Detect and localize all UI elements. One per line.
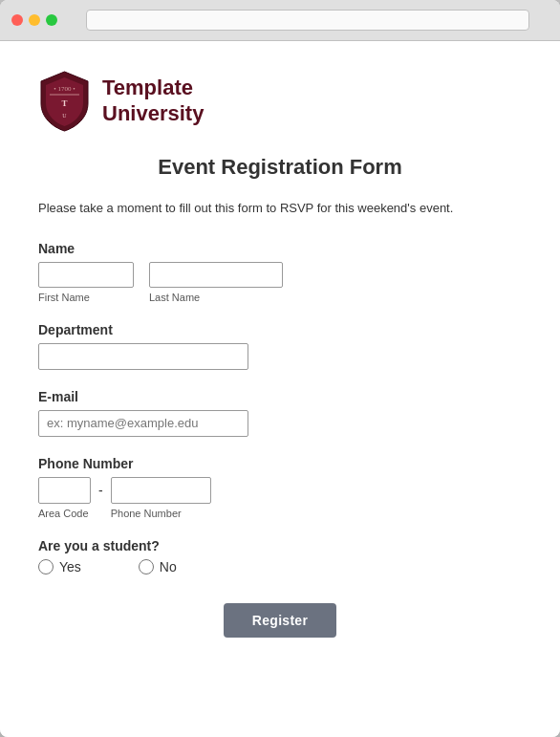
browser-toolbar [0,0,560,41]
phone-label: Phone Number [38,456,522,471]
browser-dots [11,14,57,26]
phone-number-group: Phone Number [111,477,211,519]
department-label: Department [38,322,522,337]
address-bar[interactable] [86,10,529,31]
minimize-dot[interactable] [29,14,40,26]
no-radio-option[interactable]: No [139,559,177,574]
no-label: No [160,559,177,574]
phone-number-label: Phone Number [111,508,211,519]
phone-group: Phone Number Area Code - Phone Number [38,456,522,519]
first-name-label: First Name [38,292,134,303]
name-fields: First Name Last Name [38,262,522,303]
form-description: Please take a moment to fill out this fo… [38,199,522,218]
last-name-label: Last Name [149,292,283,303]
submit-section: Register [38,603,522,638]
phone-separator: - [98,483,103,513]
browser-window: • 1700 • T U Template University Event R… [0,0,560,737]
email-input[interactable] [38,410,248,437]
register-button[interactable]: Register [224,603,336,638]
name-group: Name First Name Last Name [38,241,522,303]
radio-group: Yes No [38,559,522,574]
svg-text:U: U [62,113,67,119]
university-name: Template University [102,76,204,126]
page-content: • 1700 • T U Template University Event R… [0,41,560,737]
svg-text:• 1700 •: • 1700 • [54,85,75,93]
last-name-input[interactable] [149,262,283,288]
yes-radio[interactable] [38,559,54,574]
area-code-label: Area Code [38,508,91,519]
last-name-field-group: Last Name [149,262,283,303]
yes-label: Yes [59,559,81,574]
department-input[interactable] [38,343,248,370]
phone-number-input[interactable] [111,477,211,504]
email-group: E-mail [38,389,522,437]
email-label: E-mail [38,389,522,404]
logo-section: • 1700 • T U Template University [38,70,522,132]
student-question-label: Are you a student? [38,538,522,553]
form-title: Event Registration Form [38,155,522,180]
phone-fields: Area Code - Phone Number [38,477,522,519]
first-name-input[interactable] [38,262,134,288]
area-code-group: Area Code [38,477,91,519]
svg-text:T: T [61,98,67,108]
university-shield-icon: • 1700 • T U [38,70,91,132]
close-dot[interactable] [11,14,23,26]
no-radio[interactable] [139,559,154,574]
first-name-field-group: First Name [38,262,134,303]
department-group: Department [38,322,522,370]
maximize-dot[interactable] [46,14,57,26]
yes-radio-option[interactable]: Yes [38,559,81,574]
area-code-input[interactable] [38,477,91,504]
student-group: Are you a student? Yes No [38,538,522,574]
name-label: Name [38,241,522,256]
